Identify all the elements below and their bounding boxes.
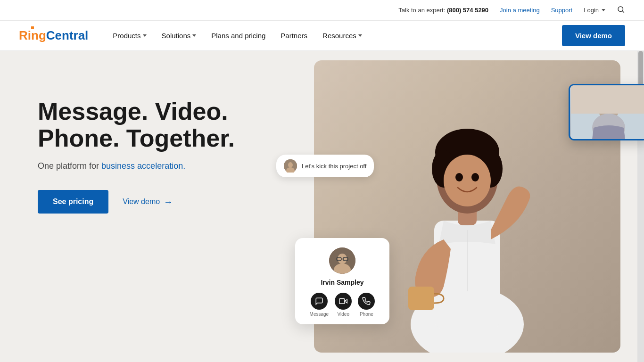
join-meeting-link[interactable]: Join a meeting bbox=[500, 7, 540, 14]
svg-line-1 bbox=[622, 11, 624, 12]
person-actions: Message Video Phon bbox=[306, 293, 378, 317]
phone-action[interactable]: Phone bbox=[358, 293, 375, 317]
chevron-down-icon bbox=[602, 9, 605, 11]
nav-items: Products Solutions Plans and pricing Par… bbox=[107, 28, 562, 43]
svg-rect-12 bbox=[408, 287, 434, 310]
phone-number: (800) 574 5290 bbox=[447, 7, 488, 14]
message-icon bbox=[311, 293, 328, 310]
chevron-down-icon bbox=[358, 34, 362, 37]
nav-products[interactable]: Products bbox=[107, 28, 152, 43]
person-avatar bbox=[329, 247, 355, 274]
search-button[interactable] bbox=[617, 5, 625, 15]
chat-bubble: Let's kick this project off bbox=[276, 155, 374, 177]
talk-to-expert: Talk to an expert: (800) 574 5290 bbox=[398, 7, 488, 14]
hero-content: Message. Video. Phone. Together. One pla… bbox=[38, 98, 235, 214]
hero-buttons: See pricing View demo → bbox=[38, 190, 235, 214]
support-link[interactable]: Support bbox=[551, 7, 573, 14]
video-call-thumbnail bbox=[569, 84, 644, 140]
chevron-down-icon bbox=[143, 34, 147, 37]
video-person bbox=[570, 85, 644, 139]
top-bar: Talk to an expert: (800) 574 5290 Join a… bbox=[0, 0, 644, 21]
nav-solutions[interactable]: Solutions bbox=[156, 28, 202, 43]
svg-point-9 bbox=[444, 155, 491, 206]
logo-ring: Ring bbox=[19, 28, 46, 42]
person-contact-card: Irvin Sampley Message bbox=[295, 238, 389, 324]
svg-rect-35 bbox=[571, 85, 644, 114]
svg-point-10 bbox=[455, 173, 463, 181]
woman-figure bbox=[382, 79, 552, 353]
main-nav: Ring Central Products Solutions Plans an… bbox=[0, 21, 644, 51]
hero-image-area: Let's kick this project off Irvin Sample… bbox=[286, 51, 644, 362]
nav-resources[interactable]: Resources bbox=[317, 28, 368, 43]
video-icon bbox=[335, 293, 352, 310]
arrow-right-icon: → bbox=[164, 197, 173, 207]
hero-accent-text: business acceleration. bbox=[101, 161, 185, 171]
view-demo-link[interactable]: View demo → bbox=[123, 197, 173, 207]
search-icon bbox=[617, 5, 625, 14]
hero-section: Message. Video. Phone. Together. One pla… bbox=[0, 51, 644, 362]
logo-dot-decoration bbox=[31, 26, 34, 29]
svg-point-11 bbox=[471, 173, 479, 181]
login-button[interactable]: Login bbox=[584, 7, 605, 14]
chevron-down-icon bbox=[192, 34, 196, 37]
svg-marker-23 bbox=[345, 299, 347, 303]
message-action[interactable]: Message bbox=[310, 293, 329, 317]
see-pricing-button[interactable]: See pricing bbox=[38, 190, 108, 214]
chat-avatar bbox=[284, 159, 297, 173]
logo-central: Central bbox=[46, 28, 89, 43]
hero-headline: Message. Video. Phone. Together. bbox=[38, 98, 235, 152]
person-name: Irvin Sampley bbox=[306, 279, 378, 286]
svg-rect-24 bbox=[339, 299, 345, 304]
nav-view-demo-button[interactable]: View demo bbox=[562, 25, 625, 46]
hero-subheadline: One platform for business acceleration. bbox=[38, 161, 235, 171]
nav-partners[interactable]: Partners bbox=[275, 28, 313, 43]
svg-point-0 bbox=[618, 7, 623, 12]
nav-plans-pricing[interactable]: Plans and pricing bbox=[206, 28, 271, 43]
phone-icon bbox=[358, 293, 375, 310]
chat-bubble-text: Let's kick this project off bbox=[302, 163, 366, 170]
logo[interactable]: Ring Central bbox=[19, 28, 88, 43]
svg-point-15 bbox=[288, 162, 293, 168]
video-action[interactable]: Video bbox=[335, 293, 352, 317]
